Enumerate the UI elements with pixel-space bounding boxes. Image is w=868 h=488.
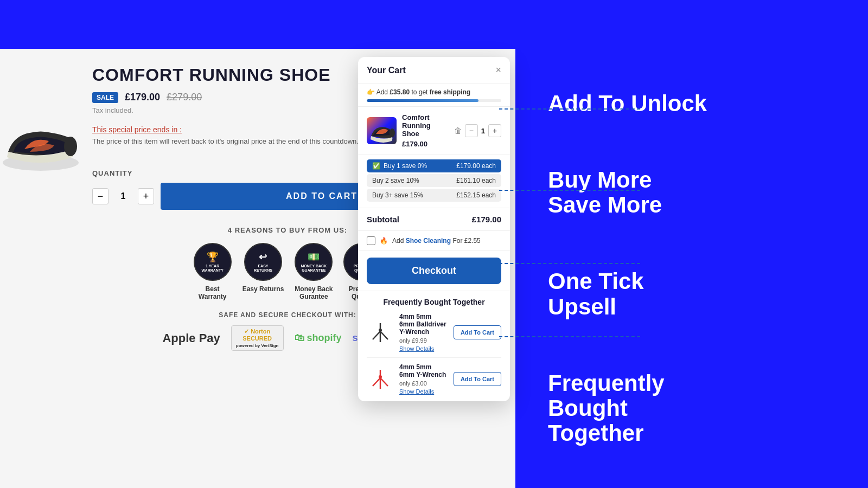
volume-price-1: £179.00 each: [456, 162, 496, 170]
warranty-icon: 🏆: [207, 251, 219, 263]
shipping-amount: £35.80: [390, 88, 410, 96]
shipping-progress-fill: [367, 99, 478, 102]
norton-badge: ✓ NortonSECUREDpowered by VeriSign: [231, 325, 284, 351]
fbt-item-1-name: 4mm 5mm 6mm Balldriver Y-Wrench: [399, 313, 448, 336]
volume-row-3[interactable]: Buy 3+ save 15% £152.15 each: [367, 189, 501, 202]
quantity-increase-button[interactable]: +: [138, 188, 154, 204]
fbt-item-1-details: 4mm 5mm 6mm Balldriver Y-Wrench only £9.…: [399, 313, 448, 352]
wrench2-svg: [368, 367, 393, 391]
returns-label: Easy Returns: [242, 285, 284, 293]
right-label-2: Buy MoreSave More: [548, 168, 846, 217]
shipping-progress-bar: [367, 99, 501, 102]
volume-pricing: ✅ Buy 1 save 0% £179.00 each Buy 2 save …: [358, 155, 510, 208]
shipping-text: 👉 Add £35.80 to get free shipping: [367, 88, 470, 96]
svg-point-2: [390, 129, 395, 137]
volume-row-1-left: ✅ Buy 1 save 0%: [372, 162, 427, 170]
svg-point-10: [379, 375, 382, 378]
svg-line-5: [380, 331, 388, 339]
volume-price-2: £161.10 each: [456, 177, 496, 184]
badge-circle-returns: ↩ EASYRETURNS: [244, 243, 282, 281]
header-bar: [0, 0, 868, 49]
fbt-item-2-price: only £3.00: [399, 380, 448, 387]
fbt-item-2-image: [367, 365, 394, 393]
fbt-item-2-add-button[interactable]: Add To Cart: [454, 372, 501, 386]
current-price: £179.00: [125, 92, 160, 103]
money-back-icon: 💵: [308, 251, 320, 263]
returns-text: EASYRETURNS: [254, 264, 272, 273]
right-label-4: FrequentlyBoughtTogether: [548, 371, 846, 446]
cart-shoe-svg: [368, 119, 395, 143]
volume-row-2[interactable]: Buy 2 save 10% £161.10 each: [367, 174, 501, 187]
cart-close-button[interactable]: ×: [495, 65, 501, 76]
subtotal-label: Subtotal: [367, 215, 399, 224]
fbt-item-1-image: [367, 319, 394, 346]
right-side-panel: Add To Unlock Buy MoreSave More One Tick…: [526, 49, 868, 488]
upsell-highlight: Shoe Cleaning: [406, 237, 451, 245]
svg-line-8: [373, 378, 380, 386]
cart-item-name: Comfort Running Shoe: [402, 113, 449, 138]
fbt-item-1-link[interactable]: Show Details: [399, 345, 448, 352]
cart-item-image: [367, 117, 397, 144]
fbt-item-1-add-button[interactable]: Add To Cart: [454, 325, 501, 339]
badge-item-money-back: 💵 MONEY BACKGUARANTEE Money BackGurantee: [295, 243, 333, 300]
quantity-value: 1: [115, 191, 131, 201]
svg-point-1: [64, 137, 77, 156]
dashed-line-3: [499, 263, 640, 264]
returns-icon: ↩: [259, 251, 267, 263]
cart-item-price: £179.00: [402, 140, 449, 148]
upsell-row: 🔥 Add Shoe Cleaning For £2.55: [358, 231, 510, 251]
shopify-badge: 🛍 shopify: [295, 332, 342, 344]
fbt-item-2-link[interactable]: Show Details: [399, 388, 448, 395]
money-back-label: Money BackGurantee: [295, 285, 333, 300]
cart-delete-button[interactable]: 🗑: [454, 126, 462, 135]
checkout-button[interactable]: Checkout: [367, 258, 501, 284]
right-label-1: Add To Unlock: [548, 91, 846, 116]
cart-header: Your Cart ×: [358, 57, 510, 84]
quantity-decrease-button[interactable]: −: [92, 188, 108, 204]
checkmark-icon: ✅: [372, 162, 380, 170]
warranty-text: 1 YEARWARRANTY: [201, 264, 223, 273]
cart-modal: Your Cart × 👉 Add £35.80 to get free shi…: [358, 57, 510, 401]
dashed-line-4: [499, 336, 640, 337]
product-image-area: [0, 92, 87, 201]
money-back-text: MONEY BACKGUARANTEE: [301, 264, 327, 273]
badge-item-returns: ↩ EASYRETURNS Easy Returns: [242, 243, 284, 300]
fbt-item-2-name: 4mm 5mm 6mm Y-Wrench: [399, 363, 448, 378]
cart-qty-value: 1: [481, 127, 485, 135]
fire-icon: 🔥: [380, 237, 388, 245]
wrench1-svg: [368, 320, 393, 345]
fbt-item-1: 4mm 5mm 6mm Balldriver Y-Wrench only £9.…: [367, 313, 501, 358]
right-label-3: One TickUpsell: [548, 269, 846, 319]
upsell-checkbox[interactable]: [367, 236, 375, 245]
cart-title: Your Cart: [367, 66, 406, 75]
volume-label-1: Buy 1 save 0%: [384, 162, 427, 170]
warranty-label: BestWarranty: [199, 285, 227, 300]
original-price: £279.00: [167, 92, 202, 103]
sale-badge: SALE: [92, 92, 118, 103]
volume-label-2: Buy 2 save 10%: [372, 177, 419, 184]
shipping-bold: free shipping: [430, 88, 470, 96]
shoe-image: [0, 103, 84, 190]
svg-line-4: [373, 331, 380, 339]
badge-circle-money-back: 💵 MONEY BACKGUARANTEE: [295, 243, 333, 281]
badge-item-warranty: 🏆 1 YEARWARRANTY BestWarranty: [194, 243, 232, 300]
upsell-suffix: For £2.55: [452, 237, 480, 245]
fbt-item-1-price: only £9.99: [399, 337, 448, 344]
subtotal-row: Subtotal £179.00: [358, 208, 510, 231]
cart-item-controls: 🗑 − 1 +: [454, 124, 501, 137]
volume-row-1[interactable]: ✅ Buy 1 save 0% £179.00 each: [367, 159, 501, 172]
free-shipping-banner: 👉 Add £35.80 to get free shipping: [358, 84, 510, 107]
dashed-line-2: [499, 190, 640, 191]
fbt-section: Frequently Bought Together 4mm 5mm 6mm B…: [358, 291, 510, 401]
upsell-text: Add Shoe Cleaning For £2.55: [392, 237, 481, 245]
volume-price-3: £152.15 each: [456, 191, 496, 199]
fbt-item-2-details: 4mm 5mm 6mm Y-Wrench only £3.00 Show Det…: [399, 363, 448, 395]
fbt-title: Frequently Bought Together: [367, 298, 501, 306]
cart-qty-increase-button[interactable]: +: [488, 124, 501, 137]
subtotal-amount: £179.00: [472, 215, 501, 224]
cart-qty-decrease-button[interactable]: −: [465, 124, 478, 137]
svg-line-9: [380, 378, 388, 386]
fbt-item-2: 4mm 5mm 6mm Y-Wrench only £3.00 Show Det…: [367, 363, 501, 395]
dashed-line-1: [499, 108, 640, 110]
svg-point-6: [379, 329, 382, 332]
